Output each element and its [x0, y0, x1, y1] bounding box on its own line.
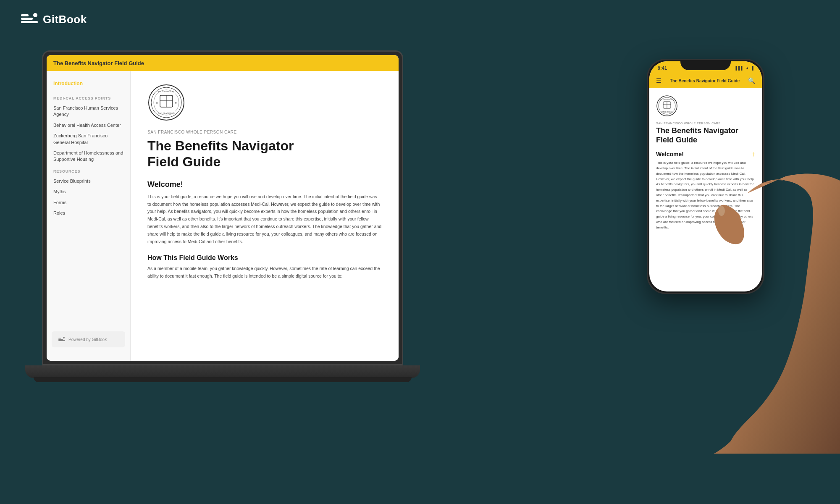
powered-text: Powered by GitBook	[68, 337, 107, 342]
laptop-base-bottom	[34, 377, 412, 382]
org-badge: SAN FRANCISCO WHOLE PERSON CARE	[147, 130, 382, 134]
laptop-main-content: CITY AND COUNTY SAN FRANCISCO ★ ★ SAN FR…	[131, 71, 399, 361]
phone-time: 9:41	[658, 66, 667, 71]
sidebar-item-roles[interactable]: Roles	[47, 208, 130, 218]
svg-text:CITY AND COUNTY: CITY AND COUNTY	[157, 90, 176, 92]
svg-rect-0	[21, 21, 38, 23]
gitbook-header: GitBook	[21, 13, 87, 26]
svg-text:CITY AND COUNTY: CITY AND COUNTY	[660, 99, 674, 100]
sidebar-item-sfhsa[interactable]: San Francisco Human Services Agency	[47, 103, 130, 120]
phone-up-arrow-icon[interactable]: ↑	[752, 150, 755, 158]
gitbook-powered-icon	[58, 336, 65, 342]
svg-rect-6	[58, 338, 61, 339]
phone-toolbar: ☰ The Benefits Navigator Field Guide 🔍	[649, 73, 762, 88]
phone-main-title: The Benefits Navigator Field Guide	[656, 126, 755, 144]
welcome-heading: Welcome!	[147, 180, 382, 189]
phone-frame: 9:41 ▌▌▌ ▲ ▐ ☰ The Benefits Navigator Fi…	[647, 59, 764, 294]
phone-welcome-header: Welcome! ↑	[656, 150, 755, 158]
svg-point-7	[63, 337, 65, 339]
howworks-heading: How This Field Guide Works	[147, 254, 382, 262]
powered-by-gitbook[interactable]: Powered by GitBook	[52, 331, 125, 347]
laptop-base	[25, 365, 420, 378]
phone-org-label: SAN FRANCISCO WHOLE PERSON CARE	[656, 122, 755, 125]
phone-toolbar-title: The Benefits Navigator Field Guide	[662, 79, 748, 83]
sidebar-intro-link[interactable]: Introduction	[53, 81, 83, 87]
laptop-sidebar: Introduction MEDI-CAL ACCESS POINTS San …	[47, 71, 131, 361]
phone-content: CITY AND COUNTY SAN FRANCISCO SAN FRANCI…	[649, 88, 762, 237]
welcome-body: This is your field guide, a resource we …	[147, 193, 382, 246]
sidebar-item-zuckerberg[interactable]: Zuckerberg San Francisco General Hospita…	[47, 131, 130, 148]
phone-sf-seal: CITY AND COUNTY SAN FRANCISCO	[656, 95, 678, 117]
svg-text:SAN FRANCISCO: SAN FRANCISCO	[158, 112, 175, 114]
signal-icon: ▌▌▌	[736, 66, 744, 70]
svg-rect-5	[58, 339, 63, 340]
phone-notch	[680, 60, 731, 70]
howworks-body: As a member of a mobile team, you gather…	[147, 265, 382, 280]
sidebar-section2-header: RESOURCES	[47, 165, 130, 176]
sidebar-section1-header: MEDI-CAL ACCESS POINTS	[47, 92, 130, 103]
laptop-screen: The Benefits Navigator Field Guide Intro…	[47, 55, 399, 361]
wifi-icon: ▲	[746, 66, 749, 70]
sidebar-item-forms[interactable]: Forms	[47, 197, 130, 208]
battery-icon: ▐	[751, 66, 753, 70]
svg-text:★: ★	[175, 102, 177, 104]
phone-menu-icon[interactable]: ☰	[656, 77, 662, 84]
laptop-toolbar: The Benefits Navigator Field Guide	[47, 55, 399, 71]
laptop-content-area: Introduction MEDI-CAL ACCESS POINTS San …	[47, 71, 399, 361]
svg-text:SAN FRANCISCO: SAN FRANCISCO	[661, 111, 673, 113]
phone-screen: 9:41 ▌▌▌ ▲ ▐ ☰ The Benefits Navigator Fi…	[649, 61, 762, 291]
laptop-toolbar-title: The Benefits Navigator Field Guide	[53, 60, 144, 66]
sidebar-item-service-blueprints[interactable]: Service Blueprints	[47, 176, 130, 186]
sf-county-seal: CITY AND COUNTY SAN FRANCISCO ★ ★	[147, 84, 185, 121]
phone-status-icons: ▌▌▌ ▲ ▐	[736, 66, 753, 70]
main-guide-title: The Benefits Navigator Field Guide	[147, 138, 382, 170]
svg-point-3	[33, 13, 37, 17]
gitbook-logo-icon	[21, 13, 38, 26]
svg-rect-2	[21, 14, 29, 16]
laptop-device: The Benefits Navigator Field Guide Intro…	[42, 50, 420, 428]
svg-text:★: ★	[156, 102, 158, 104]
gitbook-brand-name: GitBook	[43, 13, 87, 26]
phone-device: 9:41 ▌▌▌ ▲ ▐ ☰ The Benefits Navigator Fi…	[630, 34, 806, 454]
sidebar-item-myths[interactable]: Myths	[47, 186, 130, 197]
sidebar-item-homelessness[interactable]: Department of Homelessness and Supportiv…	[47, 148, 130, 165]
phone-welcome-text: This is your field guide, a resource we …	[656, 160, 755, 230]
laptop-body: The Benefits Navigator Field Guide Intro…	[42, 50, 403, 365]
sidebar-item-behavioral-health[interactable]: Behavioral Health Access Center	[47, 120, 130, 131]
phone-search-icon[interactable]: 🔍	[748, 77, 755, 84]
sidebar-intro-section: Introduction	[47, 79, 130, 92]
svg-rect-1	[21, 18, 33, 20]
svg-rect-4	[58, 340, 65, 341]
